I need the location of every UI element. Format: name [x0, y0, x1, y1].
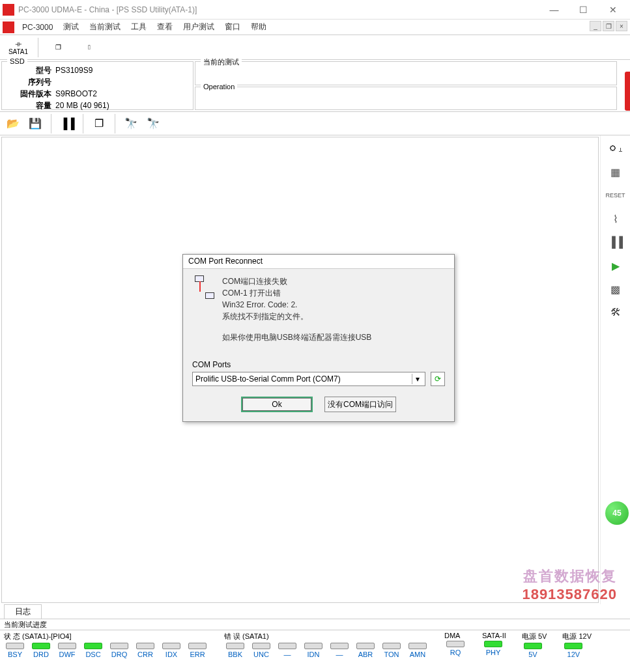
pause2-button[interactable]: ▐▐	[606, 234, 625, 250]
led-indicator	[136, 643, 154, 649]
led-bbk: BBK	[224, 643, 246, 658]
chip2-icon: ▩	[610, 283, 620, 296]
led-indicator	[330, 643, 349, 649]
com-port-dialog: COM Port Reconnect COM端口连接失败 COM-1 打开出错 …	[182, 254, 455, 422]
window-title: PC-3000 UDMA-E - China - [PS SSD Utility…	[18, 5, 539, 14]
menu-user-test[interactable]: 用户测试	[178, 20, 220, 34]
dialog-line3: Win32 Error. Code: 2.	[222, 299, 371, 311]
chip-icon: ▦	[610, 166, 620, 178]
menu-window[interactable]: 窗口	[220, 20, 246, 34]
model-label: 型号	[7, 64, 55, 76]
menu-view[interactable]: 查看	[152, 20, 178, 34]
mdi-close[interactable]: ×	[616, 21, 627, 31]
led-idx: IDX	[160, 643, 182, 658]
sep4	[115, 114, 115, 133]
copy-icon: ❐	[55, 44, 61, 51]
info-row: SSD 型号PS3109S9 序列号 固件版本S9RBOOT2 容量20 MB …	[0, 60, 630, 112]
save-button[interactable]: 💾	[26, 115, 44, 133]
com-port-selected: Prolific USB-to-Serial Comm Port (COM7)	[195, 374, 341, 384]
led-label: TON	[384, 651, 399, 658]
com-port-select[interactable]: Prolific USB-to-Serial Comm Port (COM7) …	[192, 372, 425, 386]
menu-current-test[interactable]: 当前测试	[84, 20, 126, 34]
led-indicator	[226, 643, 244, 649]
status-group-error: 错 误 (SATA1) BBKUNC—IDN—ABRTONAMN	[224, 632, 429, 658]
side-red-handle[interactable]	[625, 72, 630, 111]
copy2-button[interactable]: ❐	[90, 115, 108, 133]
app-icon	[3, 4, 14, 16]
sata1-button[interactable]: ⟛ SATA1	[4, 36, 33, 59]
toolbar-main: ⟛ SATA1 ❐ 𓀟	[0, 35, 630, 60]
led-12v: 12V	[562, 643, 584, 658]
chip2-button[interactable]: ▩	[606, 281, 625, 297]
model-value: PS3109S9	[55, 64, 93, 76]
pause-button[interactable]: ▐▐	[58, 115, 76, 133]
led-indicator	[408, 643, 427, 649]
power-button[interactable]: ⭘⟂	[606, 141, 625, 156]
menu-tools[interactable]: 工具	[126, 20, 152, 34]
status-head-5: 电源 5V	[522, 632, 547, 643]
led-indicator	[162, 643, 180, 649]
minimize-button[interactable]: —	[539, 1, 569, 19]
sata1-label: SATA1	[8, 48, 28, 55]
settings-button[interactable]: 🛠	[606, 305, 625, 320]
led-indicator	[32, 643, 50, 649]
power-icon: ⭘⟂	[608, 143, 623, 154]
operation-label: Operation	[201, 83, 237, 91]
mdi-minimize[interactable]: _	[590, 21, 601, 31]
status-head-3: DMA	[444, 632, 466, 641]
ok-button[interactable]: Ok	[241, 397, 313, 412]
refresh-ports-button[interactable]: ⟳	[431, 372, 445, 386]
exit-button[interactable]: 𓀟	[75, 36, 104, 59]
led-indicator	[564, 643, 582, 649]
led-label: PHY	[486, 649, 501, 656]
find-next-button[interactable]: 🔭	[144, 115, 162, 133]
ssd-panel: SSD 型号PS3109S9 序列号 固件版本S9RBOOT2 容量20 MB …	[1, 61, 193, 110]
led-label: IDN	[308, 651, 320, 658]
open-button[interactable]: 📂	[4, 115, 22, 133]
no-com-access-button[interactable]: 没有COM端口访问	[324, 397, 396, 412]
green-badge[interactable]: 45	[605, 501, 629, 525]
reset-icon: RESET	[606, 192, 625, 199]
dialog-messages: COM端口连接失败 COM-1 打开出错 Win32 Error. Code: …	[222, 275, 371, 343]
dialog-title: COM Port Reconnect	[183, 255, 454, 269]
dialog-line1: COM端口连接失败	[222, 275, 371, 287]
led-crr: CRR	[134, 643, 156, 658]
toolbar-sep	[38, 38, 38, 57]
status-group-12v: 电源 12V 12V	[562, 632, 592, 658]
led-—: —	[276, 643, 298, 658]
led-label: ABR	[358, 651, 373, 658]
led-label: —	[284, 651, 291, 658]
serial-label: 序列号	[7, 76, 55, 88]
led-label: 5V	[528, 651, 537, 658]
menu-test[interactable]: 测试	[58, 20, 84, 34]
ssd-group-label: SSD	[7, 57, 27, 65]
status-group-sata2: SATA-II PHY	[482, 632, 506, 656]
menu-help[interactable]: 帮助	[246, 20, 272, 34]
led-label: CRR	[137, 651, 153, 658]
led-label: DRQ	[111, 651, 127, 658]
led-ton: TON	[380, 643, 403, 658]
led-indicator	[446, 641, 465, 647]
cap-label: 容量	[7, 100, 55, 111]
tab-log[interactable]: 日志	[4, 604, 42, 619]
copy-button[interactable]: ❐	[44, 36, 72, 59]
find-button[interactable]: 🔭	[122, 115, 140, 133]
led-abr: ABR	[354, 643, 377, 658]
exit-icon: 𓀟	[88, 44, 91, 51]
reset-button[interactable]: RESET	[606, 188, 625, 203]
current-test-label: 当前的测试	[201, 57, 242, 67]
led-indicator	[524, 643, 542, 649]
maximize-button[interactable]: ☐	[569, 1, 598, 19]
menu-app[interactable]: PC-3000	[17, 21, 58, 33]
progress-label: 当前测试进度	[4, 620, 47, 629]
mdi-restore[interactable]: ❐	[603, 21, 614, 31]
side-toolbar: ⭘⟂ ▦ RESET ⌇ ▐▐ ▶ ▩ 🛠	[600, 135, 630, 604]
led-indicator	[278, 643, 296, 649]
status-head-4: SATA-II	[482, 632, 506, 641]
close-button[interactable]: ✕	[598, 1, 627, 19]
play-button[interactable]: ▶	[606, 258, 625, 273]
led-label: BBK	[228, 651, 242, 658]
chip-button[interactable]: ▦	[606, 164, 625, 180]
resistor-button[interactable]: ⌇	[606, 211, 625, 227]
led-indicator	[252, 643, 270, 649]
